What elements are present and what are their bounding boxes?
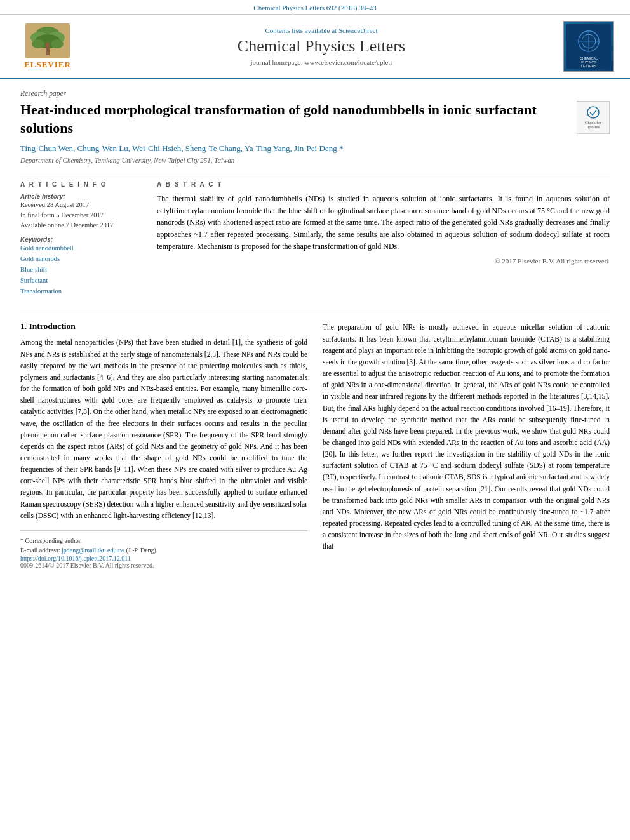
journal-header-left: ELSEVIER [13, 23, 83, 70]
rights-line: 0009-2614/© 2017 Elsevier B.V. All right… [20, 562, 307, 569]
keyword-4: Surfactant [20, 276, 144, 286]
final-form-date: In final form 5 December 2017 [20, 210, 144, 220]
abstract-text: The thermal stability of gold nanodumbbe… [157, 193, 610, 252]
journal-title: Chemical Physics Letters [83, 37, 560, 56]
svg-point-16 [587, 107, 599, 118]
journal-cover-image: CHEMICAL PHYSICS LETTERS [563, 21, 614, 72]
copyright: © 2017 Elsevier B.V. All rights reserved… [157, 257, 610, 265]
section-divider [20, 312, 610, 312]
doi-line: https://doi.org/10.1016/j.cplett.2017.12… [20, 555, 307, 562]
journal-homepage: journal homepage: www.elsevier.com/locat… [83, 58, 560, 66]
keyword-3: Blue-shift [20, 265, 144, 276]
article-title-row: Heat-induced morphological transformatio… [20, 101, 610, 137]
keyword-5: Transformation [20, 286, 144, 297]
elsevier-logo: ELSEVIER [24, 23, 71, 70]
email-line: E-mail address: jpdeng@mail.tku.edu.tw (… [20, 545, 307, 555]
email-address: jpdeng@mail.tku.edu.tw [62, 547, 124, 554]
article-type-label: Research paper [20, 90, 610, 97]
introduction-title: 1. Introduction [20, 321, 307, 331]
introduction-left-text: Among the metal nanoparticles (NPs) that… [20, 337, 307, 521]
article-info-abstract: A R T I C L E I N F O Article history: R… [20, 173, 610, 303]
abstract-heading: A B S T R A C T [157, 181, 610, 188]
body-right-col: The preparation of gold NRs is mostly ac… [323, 321, 610, 569]
elsevier-wordmark: ELSEVIER [24, 60, 71, 70]
footer-section: * Corresponding author. E-mail address: … [20, 530, 307, 569]
elsevier-tree-icon [25, 23, 70, 58]
abstract-col: A B S T R A C T The thermal stability of… [157, 181, 610, 303]
available-online-date: Available online 7 December 2017 [20, 220, 144, 230]
svg-rect-5 [46, 43, 50, 55]
article-info-heading: A R T I C L E I N F O [20, 181, 144, 188]
check-updates-label: Check for updates [580, 120, 607, 129]
history-label: Article history: [20, 193, 144, 200]
received-date: Received 28 August 2017 [20, 200, 144, 210]
article-history-block: Article history: Received 28 August 2017… [20, 193, 144, 230]
journal-citation: Chemical Physics Letters 692 (2018) 38–4… [0, 0, 630, 15]
check-updates-badge: Check for updates [577, 101, 610, 134]
affiliation: Department of Chemistry, Tamkang Univers… [20, 156, 610, 164]
journal-header-center: Contents lists available at ScienceDirec… [83, 27, 560, 66]
citation-text: Chemical Physics Letters 692 (2018) 38–4… [253, 4, 376, 11]
svg-point-6 [32, 39, 44, 48]
body-section: 1. Introduction Among the metal nanopart… [20, 321, 610, 569]
keywords-label: Keywords: [20, 236, 144, 243]
authors: Ting-Chun Wen, Chung-Wen Lu, Wei-Chi Hsi… [20, 143, 610, 154]
article-container: Research paper Heat-induced morphologica… [0, 79, 630, 582]
keyword-1: Gold nanodumbbell [20, 243, 144, 254]
introduction-right-text: The preparation of gold NRs is mostly ac… [323, 321, 610, 552]
svg-text:LETTERS: LETTERS [581, 64, 597, 68]
svg-text:PHYSICS: PHYSICS [581, 60, 596, 64]
journal-header: ELSEVIER Contents lists available at Sci… [0, 15, 630, 79]
svg-text:CHEMICAL: CHEMICAL [580, 57, 598, 60]
body-left-col: 1. Introduction Among the metal nanopart… [20, 321, 307, 569]
journal-header-right: CHEMICAL PHYSICS LETTERS [560, 21, 617, 72]
article-info-col: A R T I C L E I N F O Article history: R… [20, 181, 144, 303]
sciencedirect-link: Contents lists available at ScienceDirec… [83, 27, 560, 34]
keyword-2: Gold nanorods [20, 254, 144, 265]
keywords-block: Keywords: Gold nanodumbbell Gold nanorod… [20, 236, 144, 297]
article-title: Heat-induced morphological transformatio… [20, 101, 568, 137]
corresponding-author-note: * Corresponding author. [20, 536, 307, 545]
svg-point-7 [51, 39, 64, 48]
